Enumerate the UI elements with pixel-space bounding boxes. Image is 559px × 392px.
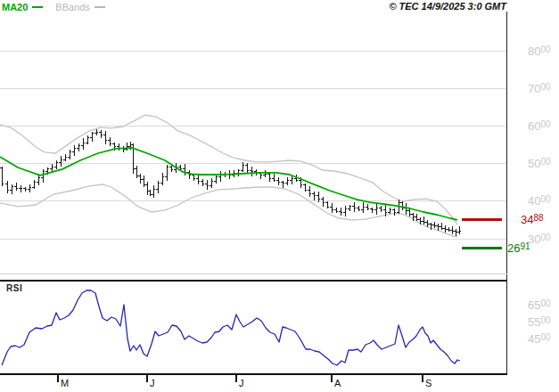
price-y-tick-5000: 5000 (528, 157, 551, 170)
price-y-tick-7000: 7000 (528, 82, 551, 95)
bollinger-upper-band (0, 115, 457, 225)
price-y-tick-4000: 4000 (528, 194, 551, 208)
x-axis-label-J: J (239, 378, 244, 388)
rsi-y-tick-4500: 4500 (528, 332, 551, 346)
x-axis-label-J: J (150, 378, 155, 388)
rsi-y-tick-6500: 6500 (528, 298, 551, 312)
rsi-y-tick-5500: 5500 (528, 315, 551, 329)
rsi-line (2, 290, 460, 365)
stock-chart: MA20 BBands © TEC 14/9/2025 3:0 GMT RSI … (0, 0, 559, 392)
price-y-tick-6000: 6000 (528, 119, 551, 133)
x-axis-label-S: S (425, 378, 432, 388)
price-ohlc-bars (0, 129, 461, 237)
level-label-3488: 3488 (521, 213, 544, 226)
ma20-line (0, 148, 457, 220)
x-axis-label-M: M (61, 378, 69, 388)
x-axis-label-A: A (334, 378, 341, 388)
chart-canvas: 34882691MJJAS800070006000500040003000650… (0, 0, 559, 392)
price-y-tick-8000: 8000 (528, 45, 551, 58)
price-y-tick-3000: 3000 (528, 233, 551, 246)
bollinger-lower-band (0, 184, 457, 237)
